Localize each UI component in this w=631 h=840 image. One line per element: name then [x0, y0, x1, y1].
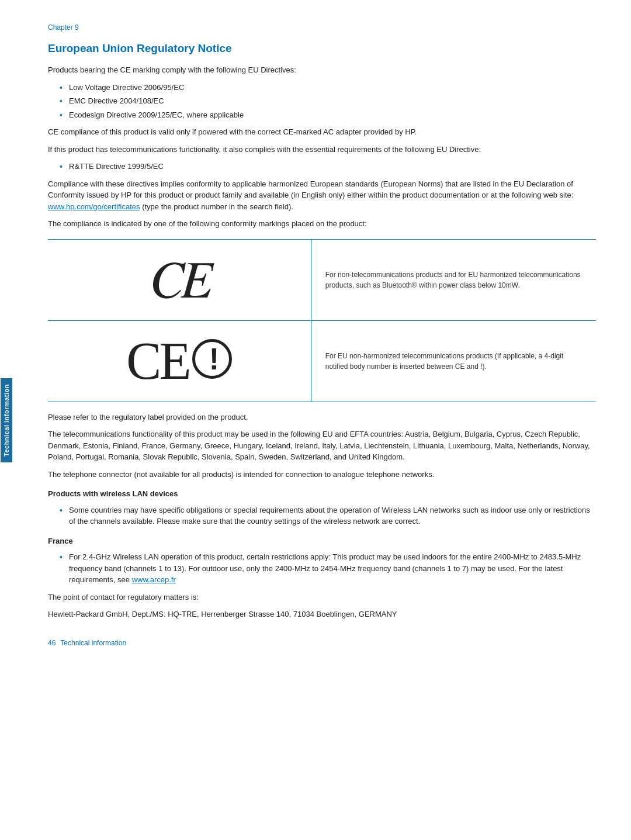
- para1: CE compliance of this product is valid o…: [48, 126, 596, 138]
- sidebar-label: Technical information: [1, 378, 12, 462]
- ratte-list: R&TTE Directive 1999/5/EC: [60, 161, 596, 172]
- ce-marking-table: 𝐶𝐸 For non-telecommunications products a…: [48, 239, 596, 402]
- para6: The telecommunications functionality of …: [48, 428, 596, 463]
- footer-text: Technical information: [60, 639, 126, 647]
- intro-paragraph: Products bearing the CE marking comply w…: [48, 64, 596, 76]
- ce-exclamation-symbol: CE !: [126, 335, 232, 388]
- para3: Compliance with these directives implies…: [48, 178, 596, 213]
- sidebar-tab: Technical information: [0, 0, 13, 840]
- ce-description-cell: For non-telecommunications products and …: [311, 239, 596, 320]
- page-footer: 46 Technical information: [48, 639, 596, 647]
- para9: Hewlett-Packard GmbH, Dept./MS: HQ-TRE, …: [48, 609, 596, 620]
- para7: The telephone connector (not available f…: [48, 469, 596, 481]
- directives-list: Low Voltage Directive 2006/95/EC EMC Dir…: [60, 82, 596, 121]
- page-title: European Union Regulatory Notice: [48, 42, 596, 55]
- footer-page-number: 46: [48, 639, 56, 647]
- list-item: Ecodesign Directive 2009/125/EC, where a…: [60, 109, 596, 121]
- table-row: CE ! For EU non-harmonized telecommunica…: [48, 320, 596, 402]
- ce-mark-symbol: 𝐶𝐸: [150, 251, 209, 309]
- para4: The compliance is indicated by one of th…: [48, 218, 596, 230]
- list-item: For 2.4-GHz Wireless LAN operation of th…: [60, 551, 596, 586]
- france-list: For 2.4-GHz Wireless LAN operation of th…: [60, 551, 596, 586]
- ce-exclamation-description-cell: For EU non-harmonized telecommunications…: [311, 320, 596, 402]
- list-item: Low Voltage Directive 2006/95/EC: [60, 82, 596, 94]
- para8: The point of contact for regulatory matt…: [48, 592, 596, 603]
- ce-mark-exclamation-cell: CE !: [48, 320, 311, 402]
- list-item: Some countries may have specific obligat…: [60, 504, 596, 527]
- list-item: EMC Directive 2004/108/EC: [60, 95, 596, 107]
- para3-text: Compliance with these directives implies…: [48, 179, 573, 200]
- table-row: 𝐶𝐸 For non-telecommunications products a…: [48, 239, 596, 320]
- para3-suffix: (type the product number in the search f…: [140, 202, 293, 211]
- para5: Please refer to the regulatory label pro…: [48, 412, 596, 423]
- ce-mark-cell: 𝐶𝐸: [48, 239, 311, 320]
- france-heading: France: [48, 535, 596, 547]
- chapter-label: Chapter 9: [48, 23, 596, 32]
- wireless-heading: Products with wireless LAN devices: [48, 488, 596, 500]
- arcep-link[interactable]: www.arcep.fr: [132, 575, 176, 584]
- para2: If this product has telecommunications f…: [48, 144, 596, 155]
- hp-certificates-link[interactable]: www.hp.com/go/certificates: [48, 202, 140, 211]
- list-item: R&TTE Directive 1999/5/EC: [60, 161, 596, 172]
- wireless-list: Some countries may have specific obligat…: [60, 504, 596, 527]
